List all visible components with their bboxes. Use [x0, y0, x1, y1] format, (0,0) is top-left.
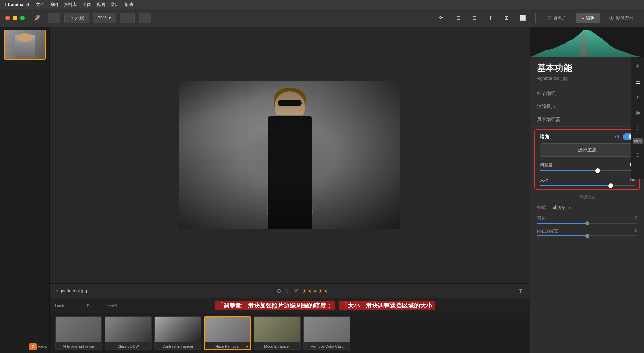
filmstrip-item[interactable] [4, 30, 46, 60]
thumb-mood-label: Mood Enhancer [254, 342, 300, 350]
thumb-haze-img [205, 317, 250, 342]
thumb-color-label: Remove Color Cast [304, 342, 350, 350]
panel-item-landscape[interactable]: 风景增强器 › [530, 113, 644, 127]
thumb-mood[interactable]: Mood Enhancer [254, 316, 301, 350]
menu-file[interactable]: 文件 [36, 2, 44, 8]
menubar:  Luminar 4 文件 编辑 资料库 图像 视图 窗口 帮助 [0, 0, 644, 9]
fullscreen-button[interactable] [20, 16, 25, 20]
status-icons: ⊙ ♡ ✕ ★ ★ ★ ★ ★ [277, 288, 328, 294]
star-4[interactable]: ★ [318, 288, 323, 294]
chevron-down-icon: ▾ [109, 15, 111, 20]
window-icon[interactable]: ⬜ [517, 13, 529, 23]
size-slider-fill [540, 185, 611, 186]
filmstrip-thumb-image [5, 30, 45, 59]
vignette-section: 暗角 ↺ 选择主题 调整量 51 [534, 129, 640, 190]
inner-glow-header: 内在的光芒 0 [537, 228, 637, 234]
flag-icon[interactable]: ⊙ [277, 288, 281, 294]
star-3[interactable]: ★ [313, 288, 317, 294]
palette-icon[interactable]: ◉ [633, 107, 643, 117]
star-1[interactable]: ★ [302, 288, 307, 294]
crop-icon[interactable]: ⊡ [468, 13, 480, 23]
heart-icon[interactable]: ♡ [285, 288, 290, 294]
inner-glow-track[interactable] [537, 235, 637, 236]
sliders-icon[interactable]: ☰ [633, 77, 643, 87]
canvas-area: vignette tool.jpg ⊙ ♡ ✕ ★ ★ ★ ★ ★ 🗑 Lumi… [50, 27, 530, 353]
panel-item-detail[interactable]: 细节增强 › [530, 87, 644, 100]
inner-glow-thumb[interactable] [585, 234, 589, 238]
star-rating[interactable]: ★ ★ ★ ★ ★ [302, 288, 328, 294]
theme-button[interactable]: 选择主题 [540, 143, 635, 157]
tab-info[interactable]: ⓘ 影像资讯 [604, 13, 639, 23]
feather-label: 羽化 [537, 215, 546, 221]
thumb-classic-bw[interactable]: Classic B&W [105, 316, 152, 350]
rocket-icon[interactable]: 🚀 [32, 13, 44, 23]
pro-badge: PRO [633, 138, 643, 144]
reject-icon[interactable]: ✕ [294, 288, 298, 294]
size-slider-row: 大小 75 [535, 174, 639, 189]
size-slider-thumb[interactable] [608, 183, 613, 188]
thumb-remove-color[interactable]: Remove Color Cast [303, 316, 350, 350]
tab-library[interactable]: ⊟ 资料库 [542, 13, 572, 23]
menu-window[interactable]: 窗口 [110, 2, 119, 8]
traffic-lights [5, 16, 25, 20]
watermark-text: www.MaCZ.com [38, 344, 50, 349]
tab-edit[interactable]: ≡ 编辑 [576, 13, 600, 23]
layers-icon[interactable]: ⊞ [633, 61, 643, 71]
star-2[interactable]: ★ [308, 288, 312, 294]
panel-filename: vignette tool.jpg [537, 75, 637, 81]
thumb-bw-label: Classic B&W [105, 342, 151, 350]
thumb-contrast[interactable]: Contrast Enhancer [154, 316, 201, 350]
reset-icon[interactable]: ↺ [615, 134, 619, 140]
annotation-bar: Lumir ·····Partia ···保存··· 「调整量」滑块加强照片边缘… [50, 298, 530, 313]
thumb-ai-enhancer[interactable]: AI Image Enhancer [55, 316, 102, 350]
more-icon[interactable]: ··· [633, 165, 643, 175]
clock-icon[interactable]: ⊙ [633, 150, 643, 160]
watermark-z: Z [29, 343, 37, 350]
amount-slider-thumb[interactable] [595, 168, 600, 173]
appearance-label: 外观 [75, 15, 84, 21]
inner-glow-fill [537, 235, 587, 236]
feather-track[interactable] [537, 223, 637, 224]
appearance-button[interactable]: ⊙ 外观 [64, 13, 89, 23]
compare-icon[interactable]: ⊟ [452, 13, 464, 23]
amount-slider-header: 调整量 51 [540, 162, 635, 168]
close-button[interactable] [5, 16, 10, 20]
add-icon: + [53, 15, 55, 20]
zoom-control[interactable]: 79% ▾ [93, 13, 116, 23]
landscape-label: 风景增强器 [537, 117, 560, 123]
mode-dropdown-icon[interactable]: ▾ [569, 205, 571, 210]
panel-item-noise[interactable]: 消除噪点 › [530, 100, 644, 113]
grid-icon[interactable]: ⊞ [500, 13, 513, 23]
feather-thumb[interactable] [585, 221, 589, 225]
thumb-haze[interactable]: Haze Removal ★ [204, 316, 251, 350]
histogram [530, 27, 644, 57]
inner-glow-slider-row: 内在的光芒 0 [530, 226, 644, 238]
size-slider-track[interactable] [540, 185, 635, 186]
zoom-minus-button[interactable]: — [120, 13, 135, 23]
share-icon[interactable]: ⬆ [484, 13, 496, 23]
mode-row: 模式： 裁切后 ▾ [530, 202, 644, 213]
thumb-bw-img [105, 317, 151, 342]
appearance-icon: ⊙ [69, 15, 73, 20]
trash-icon[interactable]: 🗑 [518, 288, 523, 294]
sun-icon[interactable]: ☀ [633, 92, 643, 102]
menu-edit[interactable]: 编辑 [50, 2, 58, 8]
main-area: Z www.MaCZ.com [0, 27, 644, 353]
panel-title: 基本功能 [537, 62, 637, 74]
person-body [268, 116, 312, 229]
face-icon[interactable]: ☺ [633, 123, 643, 133]
menu-image[interactable]: 图像 [82, 2, 91, 8]
advanced-settings-label[interactable]: 高级设置 [530, 192, 644, 202]
menu-view[interactable]: 视图 [96, 2, 105, 8]
add-button[interactable]: + [48, 13, 60, 23]
amount-slider-track[interactable] [540, 170, 635, 171]
app-logo:  Luminar 4 [4, 2, 29, 8]
menu-help[interactable]: 帮助 [124, 2, 133, 8]
minimize-button[interactable] [13, 16, 17, 20]
histogram-chart [530, 27, 644, 57]
menu-library[interactable]: 资料库 [64, 2, 77, 8]
eye-icon[interactable]: 👁 [436, 13, 448, 23]
zoom-plus-button[interactable]: + [139, 13, 151, 23]
panel-header: 基本功能 vignette tool.jpg [530, 57, 644, 87]
star-5[interactable]: ★ [324, 288, 328, 294]
